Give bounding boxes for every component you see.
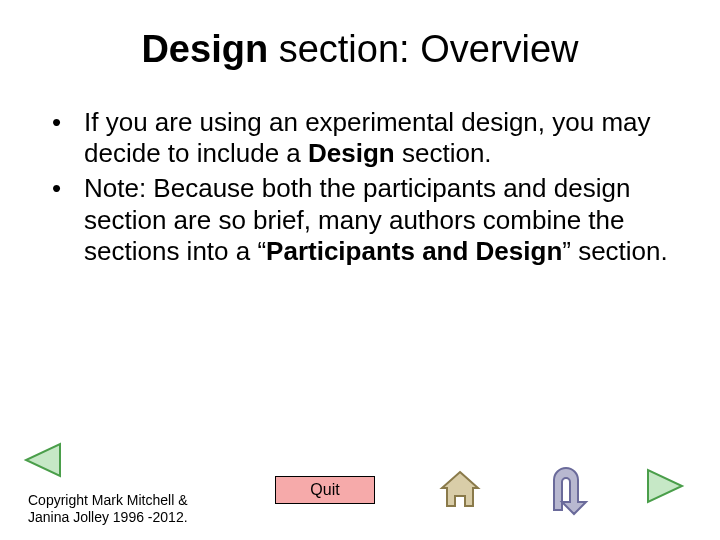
arrow-right-icon [644,466,688,506]
arrow-left-icon [20,440,64,480]
copyright-text: Copyright Mark Mitchell & Janina Jolley … [28,492,188,526]
svg-marker-2 [648,470,682,502]
bullet-list: If you are using an experimental design,… [40,107,680,267]
previous-slide-button[interactable] [20,440,64,484]
svg-marker-0 [26,444,60,476]
title-rest: section: Overview [268,28,578,70]
svg-marker-1 [442,472,478,506]
quit-button[interactable]: Quit [275,476,375,504]
bullet-item: Note: Because both the participants and … [52,173,680,267]
u-turn-icon [536,464,592,516]
slide-title: Design section: Overview [40,28,680,71]
home-button[interactable] [438,468,482,516]
return-button[interactable] [536,464,592,520]
next-slide-button[interactable] [644,466,688,510]
title-bold: Design [141,28,268,70]
bullet-item: If you are using an experimental design,… [52,107,680,169]
home-icon [438,468,482,512]
